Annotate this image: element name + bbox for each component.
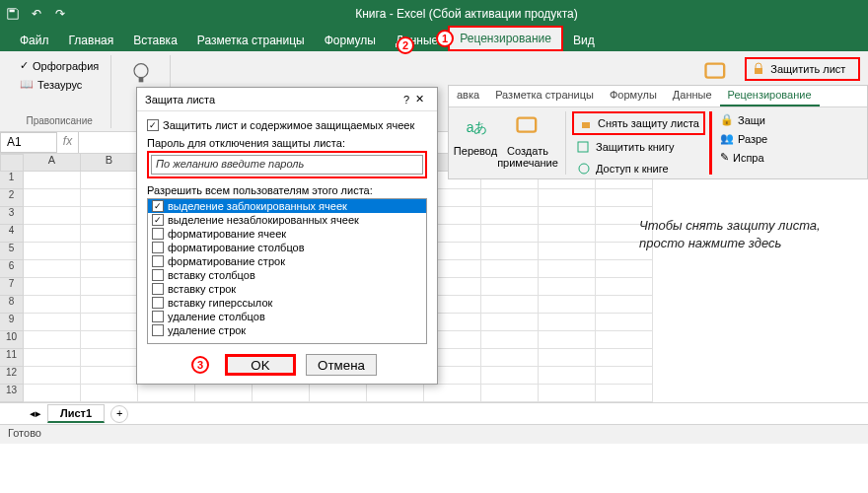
cell[interactable] (24, 314, 81, 331)
protect-book-button[interactable]: Защитить книгу (572, 137, 705, 157)
cell[interactable] (481, 385, 539, 402)
cell[interactable] (81, 296, 138, 314)
undo-icon[interactable]: ↶ (28, 5, 45, 23)
cell[interactable] (81, 314, 138, 331)
cell[interactable] (81, 349, 138, 367)
cell[interactable] (539, 385, 596, 402)
tab-review[interactable]: Рецензирование (448, 26, 563, 51)
cell[interactable] (539, 349, 596, 367)
permissions-list[interactable]: ✓выделение заблокированных ячеек✓выделен… (147, 198, 427, 344)
cell[interactable] (81, 243, 138, 260)
cell[interactable] (253, 385, 310, 402)
sheet-tab-1[interactable]: Лист1 (47, 404, 105, 423)
cell[interactable] (81, 260, 138, 278)
permission-item[interactable]: вставку гиперссылок (148, 296, 426, 310)
cell[interactable] (81, 225, 138, 243)
row-header[interactable]: 5 (0, 243, 24, 260)
close-icon[interactable]: ✕ (409, 93, 429, 106)
cell[interactable] (81, 207, 138, 225)
permission-item[interactable]: вставку столбцов (148, 268, 426, 282)
cell[interactable] (481, 314, 539, 331)
cell[interactable] (481, 260, 539, 278)
ok-button[interactable]: OK (225, 354, 296, 376)
cell[interactable] (481, 243, 539, 260)
share-book-button[interactable]: Доступ к книге (572, 159, 705, 178)
cell[interactable] (24, 367, 81, 385)
permission-checkbox[interactable] (152, 255, 164, 267)
cell[interactable] (24, 172, 81, 189)
cell[interactable] (539, 189, 596, 207)
protect-partial-button[interactable]: 🔒Защи (716, 111, 771, 128)
cell[interactable] (596, 189, 653, 207)
cell[interactable] (481, 225, 539, 243)
cell[interactable] (481, 207, 539, 225)
translate-button[interactable]: aあ Перевод (453, 111, 498, 175)
cell[interactable] (539, 260, 596, 278)
cell[interactable] (481, 278, 539, 296)
cell[interactable] (24, 278, 81, 296)
cell[interactable] (367, 385, 424, 402)
new-comment-button[interactable]: Создать примечание (498, 111, 557, 175)
tab-insert[interactable]: Вставка (123, 30, 187, 51)
permission-checkbox[interactable] (152, 324, 164, 336)
tab-file[interactable]: Файл (10, 30, 59, 51)
cell[interactable] (539, 207, 596, 225)
thesaurus-button[interactable]: 📖 Тезаурус (16, 76, 103, 93)
permission-checkbox[interactable] (152, 269, 164, 281)
cell[interactable] (596, 385, 653, 402)
row-header[interactable]: 8 (0, 296, 24, 314)
cell[interactable] (539, 225, 596, 243)
cell[interactable] (596, 278, 653, 296)
track-partial-button[interactable]: ✎Испра (716, 149, 771, 166)
stab-data[interactable]: Данные (665, 86, 720, 106)
cell[interactable] (24, 296, 81, 314)
cell[interactable] (481, 331, 539, 349)
permission-item[interactable]: вставку строк (148, 282, 426, 296)
row-header[interactable]: 9 (0, 314, 24, 331)
redo-icon[interactable]: ↷ (51, 5, 69, 23)
permission-item[interactable]: форматирование ячеек (148, 227, 426, 241)
cell[interactable] (81, 278, 138, 296)
cell[interactable] (539, 296, 596, 314)
tab-view[interactable]: Вид (563, 30, 605, 51)
cell[interactable] (596, 296, 653, 314)
tab-formulas[interactable]: Формулы (315, 30, 386, 51)
permission-checkbox[interactable]: ✓ (152, 200, 164, 212)
row-header[interactable]: 10 (0, 331, 24, 349)
row-header[interactable]: 7 (0, 278, 24, 296)
cell[interactable] (81, 331, 138, 349)
fx-icon[interactable]: fx (57, 132, 79, 153)
row-header[interactable]: 11 (0, 349, 24, 367)
cell[interactable] (138, 385, 195, 402)
cell[interactable] (596, 260, 653, 278)
cancel-button[interactable]: Отмена (306, 354, 377, 376)
permission-checkbox[interactable]: ✓ (152, 214, 164, 226)
insights-button[interactable] (116, 57, 166, 89)
permission-item[interactable]: форматирование строк (148, 254, 426, 268)
tab-layout[interactable]: Разметка страницы (187, 30, 315, 51)
permission-checkbox[interactable] (152, 283, 164, 295)
permission-checkbox[interactable] (152, 242, 164, 253)
permission-item[interactable]: удаление столбцов (148, 310, 426, 323)
cell[interactable] (596, 331, 653, 349)
row-header[interactable]: 6 (0, 260, 24, 278)
row-header[interactable]: 1 (0, 172, 24, 189)
cell[interactable] (481, 296, 539, 314)
tab-home[interactable]: Главная (59, 30, 124, 51)
cell[interactable] (24, 331, 81, 349)
row-header[interactable]: 13 (0, 385, 24, 402)
permission-item[interactable]: ✓выделение незаблокированных ячеек (148, 213, 426, 227)
protect-sheet-button[interactable]: Защитить лист (745, 57, 860, 81)
cell[interactable] (539, 314, 596, 331)
cell[interactable] (424, 385, 481, 402)
cell[interactable] (81, 189, 138, 207)
permission-checkbox[interactable] (152, 311, 164, 322)
stab-layout[interactable]: Разметка страницы (487, 86, 602, 106)
save-icon[interactable] (4, 5, 22, 23)
cell[interactable] (596, 367, 653, 385)
cell[interactable] (81, 172, 138, 189)
col-header[interactable]: B (81, 154, 138, 172)
cell[interactable] (24, 260, 81, 278)
cell[interactable] (596, 314, 653, 331)
cell[interactable] (24, 225, 81, 243)
